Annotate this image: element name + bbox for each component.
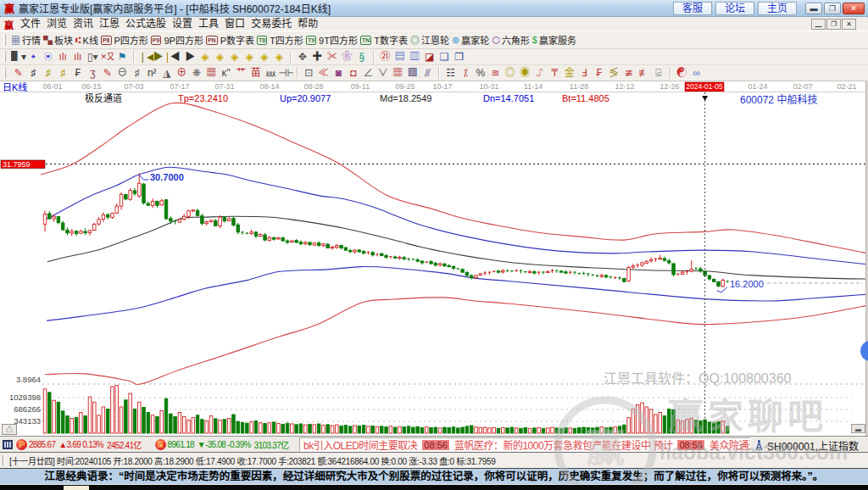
jump-4-icon[interactable]: ◈ (242, 50, 258, 64)
candlestick-chart[interactable]: 06-0106-1507-0307-1707-3108-1408-2809-11… (0, 81, 868, 436)
titlebar-link-0[interactable]: 客服 (673, 2, 712, 15)
menu-帮助[interactable]: 帮助 (295, 18, 320, 31)
net-sync-icon[interactable]: ❐ (452, 50, 467, 64)
hatch-icon[interactable]: ⫻ (420, 66, 436, 80)
close-button[interactable]: ✕ (843, 3, 865, 14)
menu-工具[interactable]: 工具 (196, 18, 221, 31)
calendar-icon[interactable]: ㉑ (378, 50, 393, 64)
gold-line-icon[interactable]: 金 (562, 66, 577, 80)
toolbar-9t-square[interactable]: T99T四方形 (306, 33, 358, 47)
fan-box-icon[interactable]: ◙ (331, 66, 347, 80)
candle-period-dropdown-icon[interactable]: ▋▾ (11, 50, 26, 64)
snowflake-icon[interactable]: ❋ (189, 66, 204, 80)
regression-icon[interactable]: ⊖ (115, 66, 131, 80)
jump-6-icon[interactable]: ◈ (272, 50, 287, 64)
t-line-icon[interactable]: ₸ (548, 66, 563, 80)
s-tool-icon[interactable]: § (354, 50, 370, 64)
crosshair-tool-icon[interactable]: ✚ (310, 50, 326, 64)
v-line-icon[interactable]: ∨ (376, 66, 391, 80)
next-page-icon[interactable]: ▶ (183, 50, 198, 64)
jump-3-icon[interactable]: ◈ (227, 50, 242, 64)
gann-grid-icon[interactable]: ♯ (26, 66, 42, 80)
menu-资讯[interactable]: 资讯 (70, 18, 96, 31)
candle-style-dropdown-icon[interactable]: ▯▾ (86, 50, 101, 64)
toolbar-gann-wheel[interactable]: ◎江恩轮 (410, 33, 449, 47)
ruler-icon[interactable]: ⊣⊢ (278, 66, 293, 80)
rect-grid-icon[interactable]: ⅏ (264, 66, 279, 80)
sh-index-value[interactable]: 2885.67 (29, 440, 55, 449)
titlebar-link-1[interactable]: 论坛 (715, 2, 754, 15)
percent-icon[interactable]: % (473, 66, 488, 80)
menu-文件[interactable]: 文件 (18, 18, 43, 31)
jump-2-icon[interactable]: ◈ (213, 50, 228, 64)
toolbar-t-square[interactable]: T8T四方形 (257, 33, 303, 47)
save-icon[interactable]: ◪ (422, 50, 437, 64)
red-bars-3-icon[interactable]: ılı (70, 50, 86, 64)
pen-tool-icon[interactable]: ✎ (11, 66, 26, 80)
titlebar-link-2[interactable]: 主页 (758, 2, 797, 15)
fan-lines-icon[interactable]: ≪ (316, 66, 331, 80)
percent-line-icon[interactable]: ≊ (488, 66, 504, 80)
expand-corner-button[interactable]: △ (2, 424, 17, 435)
j-line-icon[interactable]: Ⅎ (577, 66, 593, 80)
golden-grid2-icon[interactable]: ♯ (56, 66, 71, 80)
jump-1-icon[interactable]: ◈ (198, 50, 213, 64)
notes-icon[interactable]: ▥ (408, 50, 423, 64)
grid-blue-icon[interactable]: ▩ (405, 66, 420, 80)
menu-公式选股[interactable]: 公式选股 (123, 18, 169, 31)
toolbar-p-table[interactable]: PNP数字表 (206, 33, 254, 47)
toolbar-grip[interactable] (3, 34, 6, 46)
flag-mark-icon[interactable]: ⚑ (115, 50, 131, 64)
menu-浏览[interactable]: 浏览 (44, 18, 70, 31)
menu-设置[interactable]: 设置 (170, 18, 195, 31)
scroll-mini-button[interactable]: ▃ (851, 424, 865, 433)
golden-grid-icon[interactable]: ♯ (41, 66, 56, 80)
hand-tool-icon[interactable]: ✥ (295, 50, 310, 64)
keyboard-icon[interactable] (3, 440, 13, 449)
toolbar-sectors[interactable]: ▚板块 (43, 33, 73, 47)
toolbar-9p-square[interactable]: P99P四方形 (151, 33, 203, 47)
self-select-icon[interactable]: ▣ (41, 50, 56, 64)
gold-ring-icon[interactable]: ◎ (503, 66, 518, 80)
grid-red-icon[interactable]: ▦ (391, 66, 406, 80)
toolbar-quotes[interactable]: ▦行情 (11, 33, 41, 47)
percent-cut-icon[interactable]: ⁒ (459, 66, 474, 80)
window-analysis-icon[interactable]: ✦ (26, 50, 42, 64)
minimize-button[interactable]: ▬ (805, 3, 822, 14)
net-share-icon[interactable]: ❏ (437, 50, 453, 64)
fib-grid-icon[interactable]: ₣ (70, 66, 86, 80)
menu-交易委托[interactable]: 交易委托 (248, 18, 294, 31)
index-selector[interactable]: SH000001,上证指数 (754, 438, 859, 453)
mdi-close-button[interactable]: ✕ (842, 19, 856, 30)
mdi-minimize-button[interactable]: ▁ (811, 19, 826, 30)
cut-tool-icon[interactable]: ✂ (325, 50, 340, 64)
pen2-tool-icon[interactable]: ✎ (100, 66, 115, 80)
grid2-icon[interactable]: ♯ (130, 66, 145, 80)
high-move-icon[interactable]: ≢ (637, 66, 652, 80)
infinity-icon[interactable]: ∞ (689, 66, 704, 80)
menu-江恩[interactable]: 江恩 (97, 18, 122, 31)
angle-line-icon[interactable]: ∠ (361, 66, 376, 80)
news-ticker[interactable]: bk引入OLED时间主要取决08:56蓝帆医疗：新的1000万套急救包产能在建设… (299, 437, 751, 452)
menu-窗口[interactable]: 窗口 (222, 18, 248, 31)
toolbar-winner-wheel[interactable]: ⊛赢家轮 (452, 33, 489, 47)
red-bars-icon[interactable]: ılı (56, 50, 71, 64)
spiral-icon[interactable]: ʒ (86, 66, 101, 80)
sz-index-value[interactable]: 8961.18 (168, 440, 194, 449)
calculator-icon[interactable]: ▤ (392, 50, 408, 64)
jump-5-icon[interactable]: ◈ (257, 50, 272, 64)
f-line-icon[interactable]: ₣ (592, 66, 607, 80)
last-page-icon[interactable]: ▶❘ (153, 50, 169, 64)
gann-box-icon[interactable]: ▦ (204, 66, 220, 80)
toolbar-grip3[interactable] (3, 67, 6, 79)
mdi-restore-button[interactable]: ❐ (826, 19, 841, 30)
k-mark-icon[interactable]: ĸ" (219, 66, 234, 80)
toolbar-kline[interactable]: ⑆K线 (75, 33, 98, 47)
prev-page-icon[interactable]: ◀ (168, 50, 183, 64)
chart-area[interactable]: 06-0106-1507-0307-1707-3108-1408-2809-11… (0, 81, 868, 436)
cn-tool1-icon[interactable]: 艹 (234, 66, 249, 80)
first-page-icon[interactable]: ❘◀ (138, 50, 153, 64)
restore-rights-icon[interactable]: ✕又 (100, 50, 115, 64)
toolbar-winner-service[interactable]: $赢家服务 (532, 33, 576, 47)
maximize-button[interactable]: ❐ (824, 3, 841, 14)
